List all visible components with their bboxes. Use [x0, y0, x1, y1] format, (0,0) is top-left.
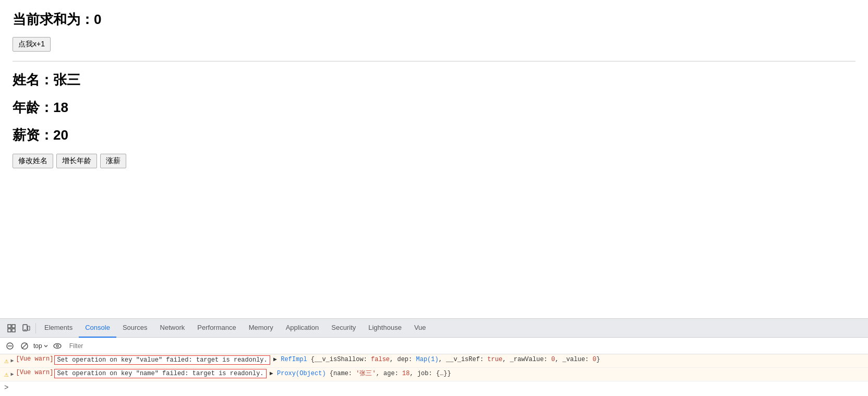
salary-label: 薪资：20	[13, 126, 855, 144]
divider	[13, 61, 855, 61]
name-label: 姓名：张三	[13, 71, 855, 89]
action-buttons: 修改姓名 增长年龄 涨薪	[13, 154, 855, 168]
increase-age-button[interactable]: 增长年龄	[56, 154, 97, 168]
raise-salary-button[interactable]: 涨薪	[100, 154, 126, 168]
main-content: 当前求和为：0 点我x+1 姓名：张三 年龄：18 薪资：20 修改姓名 增长年…	[0, 0, 868, 194]
sum-display: 当前求和为：0	[13, 10, 855, 29]
change-name-button[interactable]: 修改姓名	[13, 154, 53, 168]
increment-button[interactable]: 点我x+1	[13, 37, 51, 52]
age-label: 年龄：18	[13, 98, 855, 117]
